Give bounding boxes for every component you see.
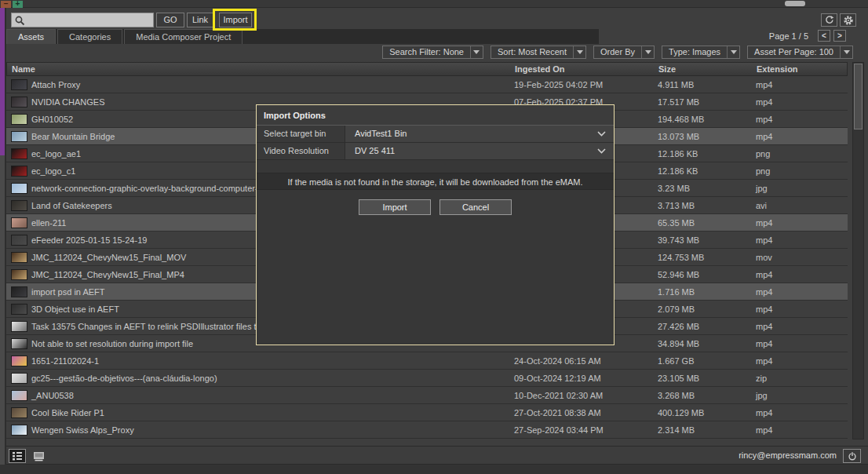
table-scrollbar[interactable] xyxy=(852,62,864,439)
asset-name: NVIDIA CHANGES xyxy=(31,93,105,111)
order-by-dropdown[interactable]: Order By xyxy=(593,46,655,59)
asset-thumbnail xyxy=(11,356,27,366)
list-view-button[interactable] xyxy=(9,449,26,463)
asset-size: 3.268 MB xyxy=(658,387,695,404)
asset-size: 3.23 MB xyxy=(658,180,690,197)
table-row[interactable]: _ANU0538 10-Dec-2021 02:30 AM 3.268 MB j… xyxy=(6,387,848,404)
column-header-size[interactable]: Size xyxy=(658,64,676,74)
asset-size: 12.186 KB xyxy=(658,145,698,162)
asset-size: 39.743 MB xyxy=(658,232,699,249)
asset-extension: png xyxy=(756,162,770,180)
asset-extension: mp4 xyxy=(756,128,772,145)
asset-thumbnail xyxy=(11,97,27,108)
sort-label: Sort: Most Recent xyxy=(491,46,573,58)
go-button[interactable]: GO xyxy=(156,13,184,27)
column-header-extension[interactable]: Extension xyxy=(757,64,798,74)
dropdown-arrow-icon[interactable] xyxy=(470,46,483,58)
asset-name: Task 13575 Changes in AEFT to relink PSD… xyxy=(31,318,283,335)
target-bin-select[interactable]: AvidTest1 Bin xyxy=(345,126,614,142)
table-header: Name Ingested On Size Extension xyxy=(6,62,848,76)
target-bin-row: Select target bin AvidTest1 Bin xyxy=(257,126,614,143)
dialog-cancel-button[interactable]: Cancel xyxy=(439,199,512,215)
link-button[interactable]: Link xyxy=(187,13,213,27)
dropdown-arrow-icon[interactable] xyxy=(840,46,852,58)
asset-size: 2.314 MB xyxy=(658,421,695,439)
asset-name: Attach Proxy xyxy=(31,76,80,93)
asset-ingested-on: 19-Feb-2025 04:02 PM xyxy=(514,76,603,93)
asset-name: JMC_112024_ChevyNew15_Final_MP4 xyxy=(31,266,184,283)
asset-ingested-on: 24-Oct-2024 06:15 AM xyxy=(514,352,601,370)
asset-thumbnail xyxy=(11,131,27,142)
asset-name: ellen-211 xyxy=(31,214,66,232)
tab-bar: Assets Categories Media Composer Project xyxy=(6,29,599,44)
add-panel-icon[interactable]: + xyxy=(13,1,23,8)
asset-thumbnail xyxy=(11,148,27,159)
video-resolution-select[interactable]: DV 25 411 xyxy=(345,143,614,159)
search-filter-dropdown[interactable]: Search Filter: None xyxy=(382,46,483,59)
asset-extension: mp4 xyxy=(756,214,772,232)
asset-thumbnail xyxy=(11,252,27,263)
refresh-button[interactable] xyxy=(821,13,837,27)
settings-button[interactable] xyxy=(840,13,856,27)
scrollbar-thumb[interactable] xyxy=(854,64,863,129)
asset-thumbnail xyxy=(11,269,27,280)
asset-thumbnail xyxy=(11,304,27,315)
dropdown-arrow-icon[interactable] xyxy=(641,46,654,58)
asset-extension: mp4 xyxy=(756,283,772,301)
column-header-ingested[interactable]: Ingested On xyxy=(515,64,565,74)
thumbnail-view-button[interactable] xyxy=(30,449,47,463)
asset-per-page-dropdown[interactable]: Asset Per Page: 100 xyxy=(747,46,853,59)
search-input[interactable] xyxy=(12,13,153,27)
dropdown-arrow-icon[interactable] xyxy=(573,46,585,58)
dialog-import-button[interactable]: Import xyxy=(359,199,431,215)
asset-extension: avi xyxy=(756,197,767,214)
sort-dropdown[interactable]: Sort: Most Recent xyxy=(491,46,586,59)
asset-extension: mp4 xyxy=(756,76,772,93)
asset-thumbnail xyxy=(11,425,27,436)
refresh-icon xyxy=(824,15,834,25)
asset-thumbnail xyxy=(11,390,27,401)
search-box xyxy=(11,13,154,27)
asset-extension: mp4 xyxy=(756,301,772,318)
table-row[interactable]: Cool Bike Rider P1 27-Oct-2021 08:38 AM … xyxy=(6,404,848,421)
asset-size: 1.716 MB xyxy=(658,283,695,301)
chevron-down-icon xyxy=(597,148,606,154)
tab-categories[interactable]: Categories xyxy=(57,29,122,44)
asset-thumbnail xyxy=(11,321,27,332)
table-row[interactable]: 1651-21102024-1 24-Oct-2024 06:15 AM 1.6… xyxy=(6,352,848,370)
asset-size: 400.129 MB xyxy=(658,404,704,421)
asset-extension: mp4 xyxy=(756,111,772,128)
order-by-label: Order By xyxy=(594,46,641,58)
host-scrollbar-thumb[interactable] xyxy=(785,1,805,6)
asset-size: 12.186 KB xyxy=(658,162,698,180)
asset-extension: mp4 xyxy=(756,93,772,111)
asset-thumbnail xyxy=(11,286,27,297)
asset-name: import psd in AEFT xyxy=(31,283,105,301)
asset-name: 1651-21102024-1 xyxy=(31,352,99,370)
minimize-icon[interactable]: – xyxy=(1,1,11,8)
asset-extension: mp4 xyxy=(756,318,772,335)
asset-name: network-connection-graphic-overlay-backg… xyxy=(31,180,284,197)
asset-size: 65.35 MB xyxy=(658,214,695,232)
prev-page-button[interactable]: < xyxy=(818,30,830,42)
column-header-name[interactable]: Name xyxy=(12,64,35,74)
dropdown-arrow-icon[interactable] xyxy=(727,46,739,58)
search-filter-label: Search Filter: None xyxy=(383,46,470,58)
table-row[interactable]: gc25---gestão-de-objetivos---(ana-cláudi… xyxy=(6,370,848,387)
asset-per-page-label: Asset Per Page: 100 xyxy=(748,46,840,58)
next-page-button[interactable]: > xyxy=(833,30,846,42)
user-email: rincy@empressmam.com xyxy=(739,447,837,465)
asset-extension: mp4 xyxy=(756,232,772,249)
asset-size: 13.073 MB xyxy=(658,128,699,145)
asset-thumbnail xyxy=(11,338,27,349)
asset-thumbnail xyxy=(11,200,27,211)
import-button[interactable]: Import xyxy=(219,13,252,27)
table-row[interactable]: Wengen Swiss Alps_Proxy 27-Sep-2024 03:4… xyxy=(6,421,848,439)
tab-assets[interactable]: Assets xyxy=(6,29,56,44)
tab-media-composer-project[interactable]: Media Composer Project xyxy=(124,29,243,44)
type-dropdown[interactable]: Type: Images xyxy=(662,46,740,59)
asset-extension: mp4 xyxy=(756,352,772,370)
logout-button[interactable] xyxy=(843,449,861,463)
table-row[interactable]: Attach Proxy 19-Feb-2025 04:02 PM 4.911 … xyxy=(6,76,848,93)
asset-name: JMC_112024_ChevyNew15_Final_MOV xyxy=(31,249,186,266)
